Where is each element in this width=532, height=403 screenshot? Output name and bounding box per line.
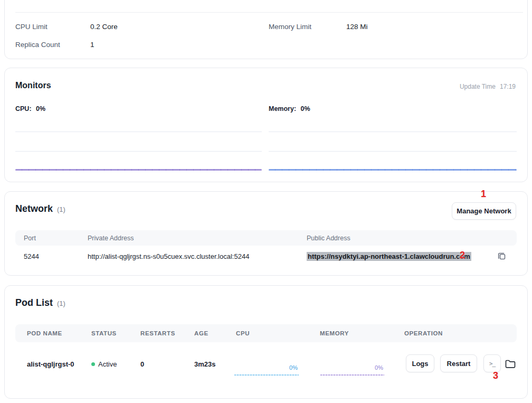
restart-button[interactable]: Restart — [440, 354, 477, 372]
cpu-limit-label: CPU Limit — [15, 22, 48, 32]
pod-status: Active — [91, 359, 117, 370]
public-address-link[interactable]: https://nsydktyi.ap-northeast-1.clawclou… — [307, 252, 471, 261]
update-time-value: 17:19 — [500, 83, 516, 90]
update-time-label: Update Time — [460, 83, 496, 90]
memory-metric-label: Memory: — [269, 105, 296, 113]
network-table-row: 5244 http://alist-qgljrgst.ns-s0u5cuex.s… — [15, 246, 517, 267]
resources-card: CPU Limit 0.2 Core Memory Limit 128 Mi R… — [4, 0, 528, 59]
col-restarts: RESTARTS — [140, 324, 175, 342]
pod-list-card: Pod List (1) POD NAME STATUS RESTARTS AG… — [4, 285, 528, 399]
cpu-sparkline-line — [234, 374, 299, 376]
col-operation: OPERATION — [404, 324, 443, 342]
status-dot-icon — [91, 362, 95, 366]
memory-monitor-chart — [269, 124, 517, 174]
col-memory: MEMORY — [320, 324, 349, 342]
memory-limit-label: Memory Limit — [269, 22, 311, 32]
monitors-card: Monitors Update Time 17:19 CPU: 0% Memor… — [4, 68, 528, 182]
network-count: (1) — [57, 205, 65, 213]
replica-count-label: Replica Count — [15, 40, 60, 50]
monitors-title: Monitors — [15, 81, 51, 90]
folder-icon[interactable] — [505, 358, 516, 370]
col-status: STATUS — [91, 324, 117, 342]
app-detail-page: CPU Limit 0.2 Core Memory Limit 128 Mi R… — [0, 0, 532, 403]
memory-metric: Memory: 0% — [269, 105, 310, 113]
logs-button[interactable]: Logs — [406, 354, 434, 372]
col-public-address: Public Address — [307, 230, 350, 246]
cpu-metric: CPU: 0% — [15, 105, 45, 113]
pod-list-count: (1) — [57, 299, 65, 307]
network-title: Network (1) — [15, 203, 65, 214]
pod-status-text: Active — [98, 360, 117, 368]
annotation-step-2: 2 — [460, 250, 465, 261]
divider — [15, 12, 523, 13]
col-age: AGE — [194, 324, 208, 342]
network-title-text: Network — [15, 203, 53, 214]
annotation-step-3: 3 — [493, 370, 498, 381]
cpu-metric-label: CPU: — [15, 105, 32, 113]
cpu-usage-line — [15, 169, 262, 171]
manage-network-button[interactable]: Manage Network — [452, 202, 516, 220]
gridline — [15, 132, 262, 132]
pod-cpu-value: 0% — [289, 364, 298, 371]
pod-name: alist-qgljrgst-0 — [27, 359, 74, 370]
pod-restarts: 0 — [140, 359, 144, 370]
memory-usage-line — [269, 169, 517, 171]
public-address-value[interactable]: https://nsydktyi.ap-northeast-1.clawclou… — [307, 246, 471, 267]
cpu-limit-value: 0.2 Core — [90, 22, 118, 32]
private-address-value[interactable]: http://alist-qgljrgst.ns-s0u5cuex.svc.cl… — [88, 246, 249, 267]
col-port: Port — [24, 230, 36, 246]
terminal-button[interactable]: >_ — [483, 354, 501, 372]
memory-sparkline-line — [320, 374, 384, 376]
memory-metric-value: 0% — [301, 105, 310, 113]
pod-list-title-text: Pod List — [15, 297, 53, 308]
cpu-metric-value: 0% — [36, 105, 45, 113]
pod-memory-value: 0% — [375, 364, 383, 371]
terminal-icon: >_ — [489, 360, 495, 367]
copy-icon[interactable] — [497, 251, 507, 261]
col-pod-name: POD NAME — [27, 324, 62, 342]
annotation-step-1: 1 — [481, 189, 486, 200]
memory-limit-value: 128 Mi — [346, 22, 368, 32]
gridline — [269, 132, 517, 132]
network-table-header: Port Private Address Public Address — [15, 230, 517, 246]
replica-count-value: 1 — [90, 40, 94, 50]
gridline — [15, 151, 262, 152]
pod-cpu-sparkline: 0% — [234, 365, 299, 377]
pod-memory-sparkline: 0% — [320, 365, 384, 377]
col-cpu: CPU — [236, 324, 250, 342]
network-card: Network (1) Manage Network 1 Port Privat… — [4, 191, 528, 276]
col-private-address: Private Address — [88, 230, 134, 246]
pod-table-header: POD NAME STATUS RESTARTS AGE CPU MEMORY … — [15, 324, 517, 342]
pod-age: 3m23s — [194, 359, 215, 370]
port-value: 5244 — [24, 246, 39, 267]
cpu-monitor-chart — [15, 124, 262, 174]
gridline — [269, 151, 517, 152]
pod-list-title: Pod List (1) — [15, 297, 65, 308]
update-time: Update Time 17:19 — [460, 83, 516, 90]
